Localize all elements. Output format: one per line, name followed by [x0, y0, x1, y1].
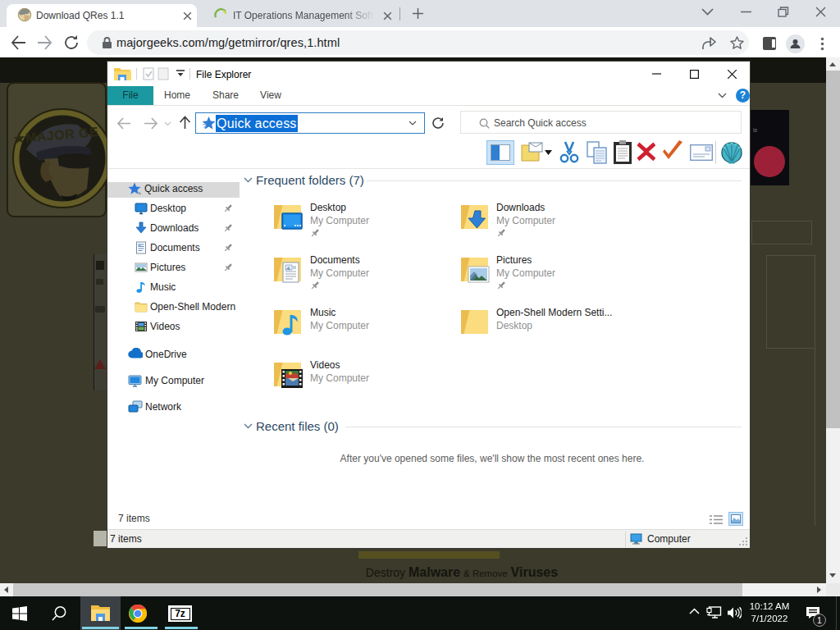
svg-text:A: A: [285, 265, 290, 272]
svg-text:★MAJOR GE: ★MAJOR GE: [13, 125, 99, 146]
